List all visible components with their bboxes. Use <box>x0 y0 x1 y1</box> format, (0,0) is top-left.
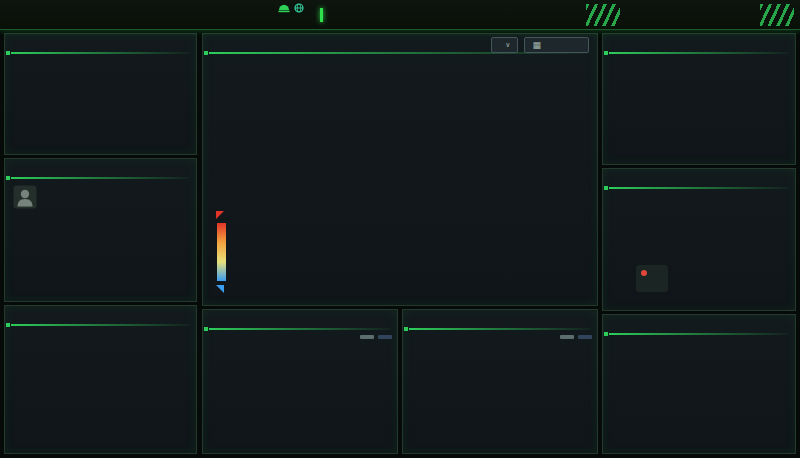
button-current-month[interactable] <box>378 335 392 339</box>
dome-icon <box>278 3 290 13</box>
panel-title-event-trend <box>603 169 795 189</box>
legend-gradient-bar <box>217 223 226 281</box>
avatar <box>13 185 37 209</box>
trend-tooltip <box>636 265 668 292</box>
header-divider <box>320 8 323 22</box>
button-current-year[interactable] <box>360 335 374 339</box>
chevron-down-icon: ∨ <box>505 41 510 49</box>
button-current-month[interactable] <box>578 335 592 339</box>
panel-title-control-indicators <box>603 34 795 54</box>
ontime-rate-gauges <box>203 335 397 453</box>
fire-trend-chart <box>8 370 194 456</box>
panel-title-realtime-stats <box>5 34 196 54</box>
button-current-year[interactable] <box>560 335 574 339</box>
event-trend-chart <box>603 190 797 310</box>
panel-title-ontime-rate <box>203 310 397 330</box>
personnel-total-row <box>13 185 46 209</box>
legend-high-marker <box>216 211 224 219</box>
rework-period-buttons <box>560 335 592 339</box>
year-type-select[interactable]: ∨ <box>491 37 518 53</box>
tab-comprehensive-decision[interactable] <box>268 2 314 13</box>
header-stripe-right <box>760 4 794 26</box>
event-distribution-map <box>203 56 599 306</box>
map-legend <box>213 209 227 295</box>
panel-personnel <box>4 158 197 302</box>
year-date-input[interactable]: ▦ <box>524 37 589 53</box>
panel-control-indicators <box>602 33 796 165</box>
radar-legend <box>772 56 789 76</box>
center-tab-icons <box>268 3 314 13</box>
panel-title-rework-rate <box>403 310 597 330</box>
trend-tooltip-dot <box>641 270 647 276</box>
legend-swatch-current-month <box>772 56 785 63</box>
panel-fire-devices <box>4 305 197 454</box>
panel-title-fire <box>5 306 196 326</box>
panel-ontime-rate <box>202 309 398 454</box>
calendar-icon: ▦ <box>532 40 541 50</box>
panel-live-feed <box>602 314 796 454</box>
rework-rate-gauge <box>405 335 521 453</box>
panel-title-personnel <box>5 159 196 179</box>
panel-rework-rate <box>402 309 598 454</box>
control-indicators-radar <box>603 56 797 164</box>
header-stripe-left <box>586 4 620 26</box>
panel-title-live-feed <box>603 315 795 335</box>
ontime-period-buttons <box>360 335 392 339</box>
live-feed-list <box>608 337 790 451</box>
legend-swatch-last-month <box>772 66 785 73</box>
legend-low-marker <box>216 285 224 293</box>
top-header <box>0 0 800 30</box>
map-controls: ∨ ▦ <box>491 37 589 53</box>
panel-realtime-stats <box>4 33 197 155</box>
panel-event-trend <box>602 168 796 311</box>
globe-icon <box>294 3 304 13</box>
panel-event-distribution: ∨ ▦ <box>202 33 598 306</box>
